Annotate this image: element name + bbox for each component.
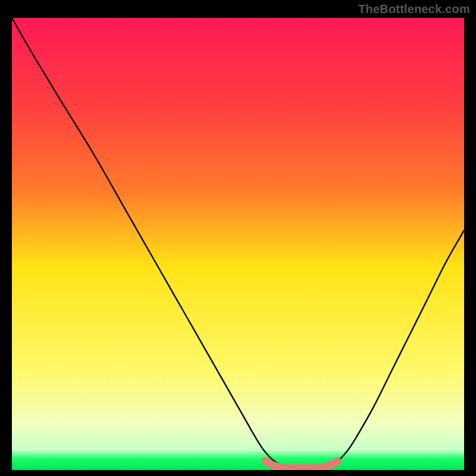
watermark-text: TheBottleneck.com (358, 2, 470, 16)
chart-plot (12, 18, 464, 470)
chart-container: TheBottleneck.com (0, 0, 476, 476)
chart-svg (12, 18, 464, 470)
chart-background (12, 18, 464, 470)
